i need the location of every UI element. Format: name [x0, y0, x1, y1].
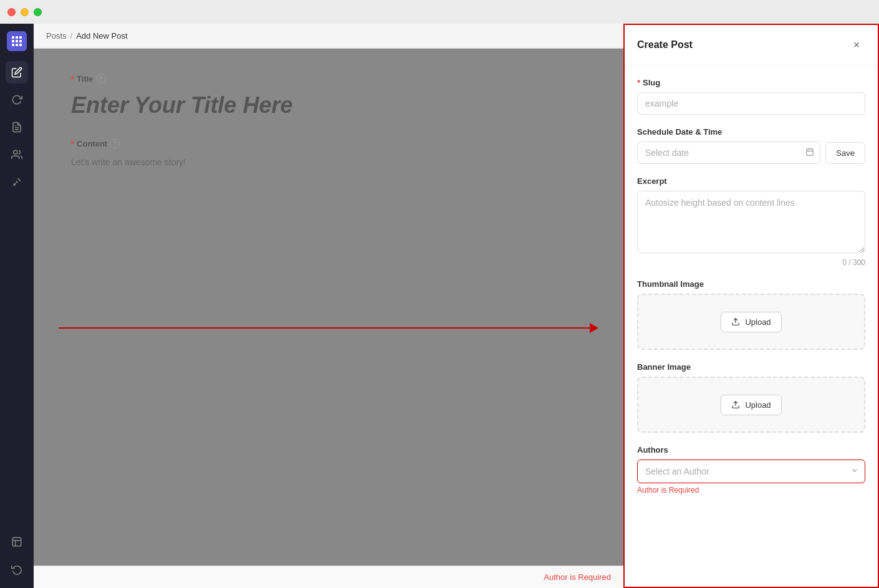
- titlebar: [0, 0, 879, 24]
- panel-close-button[interactable]: ×: [848, 36, 865, 54]
- sidebar-item-tools[interactable]: [6, 171, 28, 193]
- author-select-wrapper: Select an Author: [637, 460, 865, 483]
- svg-point-5: [16, 181, 17, 183]
- breadcrumb-parent[interactable]: Posts: [46, 31, 67, 41]
- logo-grid: [12, 36, 22, 46]
- excerpt-textarea[interactable]: [637, 191, 865, 253]
- title-help-icon[interactable]: ?: [96, 74, 106, 84]
- arrow-line: [59, 327, 590, 329]
- schedule-field-group: Schedule Date & Time S: [637, 127, 865, 164]
- breadcrumb: Posts / Add New Post: [34, 24, 623, 49]
- slug-label: * Slug: [637, 78, 865, 87]
- title-section: * Title ? Enter Your Title Here: [71, 74, 586, 123]
- breadcrumb-separator: /: [70, 31, 73, 41]
- sidebar: [0, 24, 34, 588]
- thumbnail-upload-button[interactable]: Upload: [721, 312, 781, 332]
- app-container: Posts / Add New Post * Title ? Enter You…: [0, 24, 879, 588]
- sidebar-item-users[interactable]: [6, 143, 28, 166]
- sidebar-item-settings[interactable]: [6, 558, 28, 581]
- slug-input[interactable]: [637, 92, 865, 115]
- svg-point-2: [14, 150, 17, 154]
- content-section: * Content ? Let's write an awesome story…: [71, 138, 586, 172]
- breadcrumb-current: Add New Post: [76, 31, 127, 41]
- slug-field-group: * Slug: [637, 78, 865, 115]
- panel-body: * Slug Schedule Date & Time: [625, 65, 878, 587]
- content-required-star: *: [71, 139, 74, 148]
- thumbnail-field-group: Thumbnail Image Upload: [637, 279, 865, 350]
- sidebar-item-documents[interactable]: [6, 116, 28, 138]
- sidebar-item-notes[interactable]: [6, 531, 28, 553]
- excerpt-char-count: 0 / 300: [637, 258, 865, 267]
- title-required-star: *: [71, 74, 74, 84]
- sidebar-logo[interactable]: [7, 31, 27, 51]
- banner-upload-label: Upload: [745, 400, 771, 410]
- banner-upload-button[interactable]: Upload: [721, 395, 781, 415]
- title-placeholder[interactable]: Enter Your Title Here: [71, 87, 586, 123]
- schedule-save-button[interactable]: Save: [825, 142, 865, 164]
- svg-rect-6: [12, 537, 21, 546]
- sidebar-item-refresh[interactable]: [6, 89, 28, 111]
- author-select[interactable]: Select an Author: [637, 460, 865, 483]
- minimize-button[interactable]: [21, 8, 29, 16]
- sidebar-item-editor[interactable]: [6, 61, 28, 84]
- authors-field-group: Authors Select an Author Author is Requi…: [637, 445, 865, 494]
- content-area: Posts / Add New Post * Title ? Enter You…: [34, 24, 623, 588]
- authors-label: Authors: [637, 445, 865, 455]
- author-error-text: Author is Required: [637, 486, 865, 494]
- panel-header: Create Post ×: [625, 25, 878, 65]
- content-label: * Content ?: [71, 138, 586, 148]
- slug-required-star: *: [637, 78, 640, 87]
- content-placeholder[interactable]: Let's write an awesome story!: [71, 152, 586, 172]
- thumbnail-upload-label: Upload: [745, 317, 771, 327]
- banner-label: Banner Image: [637, 362, 865, 372]
- thumbnail-upload-area[interactable]: Upload: [637, 294, 865, 350]
- close-button[interactable]: [7, 8, 16, 16]
- editor-bottom-bar: Author is Required: [34, 566, 623, 588]
- banner-upload-area[interactable]: Upload: [637, 377, 865, 433]
- title-label: * Title ?: [71, 74, 586, 84]
- schedule-label: Schedule Date & Time: [637, 127, 865, 137]
- editor-area: * Title ? Enter Your Title Here * Conten…: [34, 49, 623, 566]
- date-time-wrapper: Save: [637, 142, 865, 164]
- right-panel: Create Post × * Slug Schedule Date & Tim…: [623, 24, 879, 588]
- maximize-button[interactable]: [34, 8, 42, 16]
- banner-field-group: Banner Image Upload: [637, 362, 865, 433]
- panel-title: Create Post: [637, 39, 693, 51]
- excerpt-field-group: Excerpt 0 / 300: [637, 176, 865, 267]
- content-help-icon[interactable]: ?: [110, 138, 120, 148]
- thumbnail-label: Thumbnail Image: [637, 279, 865, 289]
- date-input[interactable]: [637, 142, 820, 164]
- excerpt-label: Excerpt: [637, 176, 865, 186]
- date-input-container: [637, 142, 820, 164]
- author-required-message: Author is Required: [544, 572, 611, 582]
- arrow-head: [590, 323, 598, 333]
- arrow-indicator: [34, 323, 623, 333]
